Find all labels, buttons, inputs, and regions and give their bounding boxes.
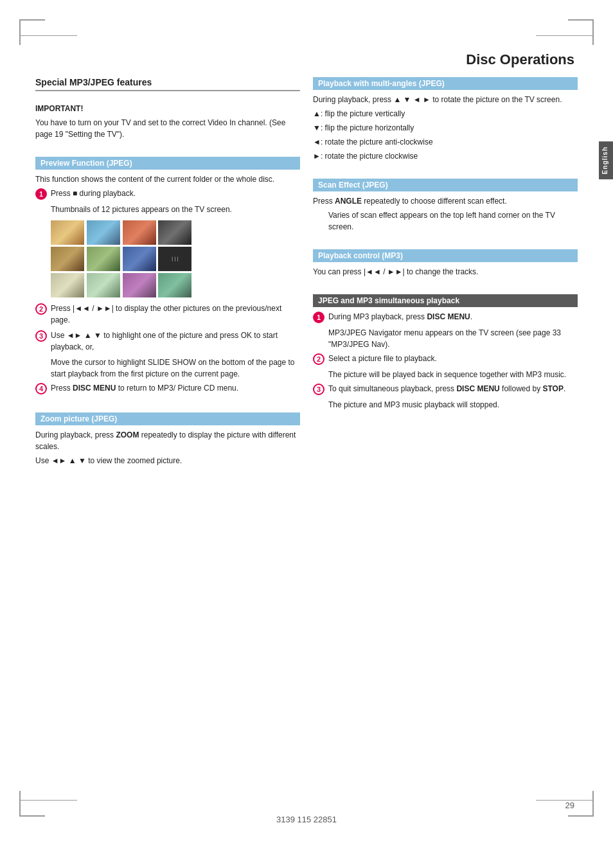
page-title: Disc Operations: [466, 51, 574, 68]
scan-header: Scan Effect (JPEG): [313, 179, 578, 191]
thumb-2: [87, 220, 120, 245]
step-4-button: DISC MENU: [73, 384, 116, 393]
zoom-header: Zoom picture (JPEG): [35, 412, 300, 425]
jpeg-mp3-step-3-button1: DISC MENU: [456, 384, 499, 393]
thumb-12: [158, 273, 191, 297]
thumb-1: [51, 220, 84, 245]
jpeg-mp3-step-3-prefix: To quit simultaneous playback, press: [328, 384, 456, 393]
multiangle-item-4: ►: rotate the picture clockwise: [313, 150, 578, 162]
jpeg-mp3-step-3-middle: followed by: [500, 384, 543, 393]
multiangle-items: ▲: flip the picture vertically ▼: flip t…: [313, 108, 578, 162]
step-2-content: Press |◄◄ / ►►| to display the other pic…: [51, 303, 300, 326]
multiangle-section: Playback with multi-angles (JPEG) During…: [313, 77, 578, 164]
step-4-prefix: Press: [51, 384, 73, 393]
jpeg-mp3-step-2-content: Select a picture file to playback.: [328, 353, 578, 364]
english-tab: English: [599, 141, 613, 179]
jpeg-mp3-step-2: 2 Select a picture file to playback.: [313, 353, 578, 365]
step-1-prefix: Press: [51, 189, 73, 198]
scan-line1: Press ANGLE repeatedly to choose differe…: [313, 195, 578, 207]
jpeg-mp3-section: JPEG and MP3 simultaneous playback 1 Dur…: [313, 294, 578, 413]
step-4-number: 4: [35, 383, 47, 394]
jpeg-mp3-step-3-button2: STOP: [542, 384, 563, 393]
jpeg-mp3-step-3-content: To quit simultaneous playback, press DIS…: [328, 383, 578, 394]
zoom-button: ZOOM: [116, 430, 139, 439]
jpeg-mp3-step-2-number: 2: [313, 353, 324, 365]
step-1-number: 1: [35, 188, 47, 200]
scan-section: Scan Effect (JPEG) Press ANGLE repeatedl…: [313, 179, 578, 235]
multiangle-item-1: ▲: flip the picture vertically: [313, 108, 578, 120]
step-1-suffix: during playback.: [77, 189, 136, 198]
step-2-number: 2: [35, 303, 47, 315]
important-block: IMPORTANT! You have to turn on your TV a…: [35, 103, 300, 143]
step-1-indent: Thumbnails of 12 pictures appears on the…: [51, 204, 300, 215]
jpeg-mp3-step-1-content: During MP3 playback, press DISC MENU.: [328, 311, 578, 323]
scan-suffix: repeatedly to choose different scan effe…: [362, 197, 507, 206]
preview-step-3: 3 Use ◄► ▲ ▼ to highlight one of the pic…: [35, 330, 300, 353]
step-3-indent: Move the cursor to highlight SLIDE SHOW …: [51, 357, 300, 380]
playback-control-header: Playback control (MP3): [313, 249, 578, 262]
multiangle-item-2: ▼: flip the picture horizontally: [313, 122, 578, 134]
thumb-3: [123, 220, 156, 245]
main-section-title: Special MP3/JPEG features: [35, 77, 300, 91]
jpeg-mp3-step-2-indent: The picture will be played back in seque…: [328, 369, 578, 380]
step-4-suffix: to return to MP3/ Picture CD menu.: [116, 384, 238, 393]
thumb-10: [87, 273, 120, 297]
zoom-prefix: During playback, press: [35, 430, 116, 439]
scan-prefix: Press: [313, 197, 335, 206]
corner-decoration-tl: [19, 19, 45, 45]
line-decoration-tr: [536, 35, 594, 36]
thumb-7: [123, 247, 156, 271]
product-code: 3139 115 22851: [276, 815, 337, 824]
step-3-content: Use ◄► ▲ ▼ to highlight one of the pictu…: [51, 330, 300, 353]
scan-button: ANGLE: [335, 197, 362, 206]
jpeg-mp3-step-1-number: 1: [313, 312, 324, 323]
preview-description: This function shows the content of the c…: [35, 173, 300, 185]
jpeg-mp3-header: JPEG and MP3 simultaneous playback: [313, 294, 578, 307]
jpeg-mp3-step-1-suffix: .: [470, 312, 472, 321]
step-4-content: Press DISC MENU to return to MP3/ Pictur…: [51, 382, 300, 394]
content-area: Special MP3/JPEG features IMPORTANT! You…: [35, 77, 578, 791]
right-column: Playback with multi-angles (JPEG) During…: [313, 77, 578, 791]
important-label: IMPORTANT!: [35, 103, 300, 114]
jpeg-mp3-step-3-number: 3: [313, 384, 324, 395]
jpeg-mp3-step-1-prefix: During MP3 playback, press: [328, 312, 427, 321]
important-text: You have to turn on your TV and set to t…: [35, 117, 300, 140]
scan-line2: Varies of scan effect appears on the top…: [328, 209, 578, 233]
jpeg-mp3-step-3-indent: The picture and MP3 music playback will …: [328, 399, 578, 411]
corner-decoration-tr: [568, 19, 594, 45]
jpeg-mp3-step-1-indent: MP3/JPEG Navigator menu appears on the T…: [328, 327, 578, 350]
corner-decoration-bl: [19, 791, 45, 817]
jpeg-mp3-step-3: 3 To quit simultaneous playback, press D…: [313, 383, 578, 395]
jpeg-mp3-step-1-button: DISC MENU: [427, 312, 470, 321]
left-column: Special MP3/JPEG features IMPORTANT! You…: [35, 77, 300, 791]
preview-function-section: Preview Function (JPEG) This function sh…: [35, 157, 300, 398]
zoom-section: Zoom picture (JPEG) During playback, pre…: [35, 412, 300, 469]
thumb-6: [87, 247, 120, 271]
step-1-content: Press ■ during playback.: [51, 188, 300, 199]
playback-control-text: You can press |◄◄ / ►►| to change the tr…: [313, 266, 578, 278]
thumb-9: [51, 273, 84, 297]
jpeg-mp3-step-3-suffix: .: [564, 384, 565, 393]
thumb-5: [51, 247, 84, 271]
zoom-line1: During playback, press ZOOM repeatedly t…: [35, 429, 300, 452]
multiangle-header: Playback with multi-angles (JPEG): [313, 77, 578, 90]
thumbnail-grid: |||: [51, 220, 192, 297]
preview-step-2: 2 Press |◄◄ / ►►| to display the other p…: [35, 303, 300, 326]
preview-step-1: 1 Press ■ during playback.: [35, 188, 300, 200]
preview-function-header: Preview Function (JPEG): [35, 157, 300, 170]
thumb-4: [158, 220, 191, 245]
thumb-8: |||: [158, 247, 191, 271]
multiangle-intro: During playback, press ▲ ▼ ◄ ► to rotate…: [313, 94, 578, 105]
multiangle-item-3: ◄: rotate the picture anti-clockwise: [313, 136, 578, 148]
playback-control-section: Playback control (MP3) You can press |◄◄…: [313, 249, 578, 280]
zoom-line2: Use ◄► ▲ ▼ to view the zoomed picture.: [35, 455, 300, 466]
jpeg-mp3-step-1: 1 During MP3 playback, press DISC MENU.: [313, 311, 578, 323]
line-decoration-tl: [19, 35, 77, 36]
thumb-11: [123, 273, 156, 297]
step-3-number: 3: [35, 330, 47, 342]
preview-step-4: 4 Press DISC MENU to return to MP3/ Pict…: [35, 382, 300, 394]
line-decoration-bl: [19, 800, 77, 801]
page-number: 29: [565, 801, 574, 810]
